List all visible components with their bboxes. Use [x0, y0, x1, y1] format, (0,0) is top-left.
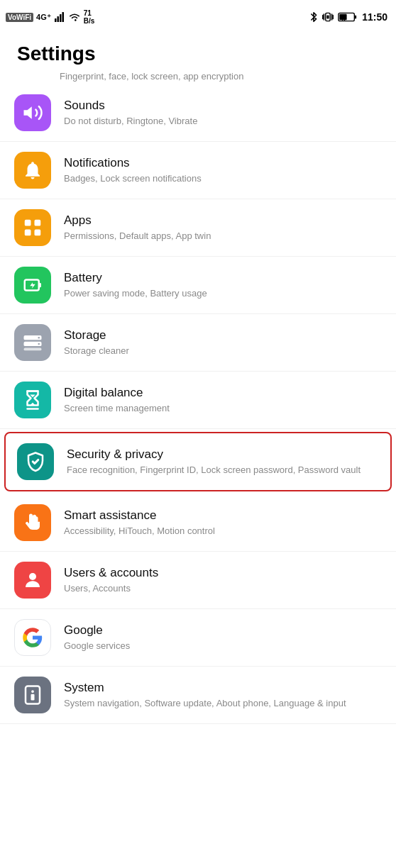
sounds-subtitle: Do not disturb, Ringtone, Vibrate	[64, 115, 382, 128]
settings-item-battery[interactable]: Battery Power saving mode, Battery usage	[0, 257, 396, 314]
hourglass-icon	[22, 389, 43, 411]
network-type: 4G⁺	[36, 13, 51, 22]
svg-rect-2	[60, 14, 62, 22]
settings-item-users-accounts[interactable]: Users & accounts Users, Accounts	[0, 552, 396, 609]
svg-text:47: 47	[341, 16, 346, 22]
battery-setting-icon	[22, 274, 43, 296]
svg-rect-22	[24, 348, 42, 351]
digital-balance-subtitle: Screen time management	[64, 402, 382, 415]
page-title: Settings	[0, 34, 396, 71]
storage-icon	[22, 332, 43, 353]
google-subtitle: Google services	[64, 640, 382, 652]
sounds-text: Sounds Do not disturb, Ringtone, Vibrate	[64, 98, 382, 128]
security-text: Security & privacy Face recognition, Fin…	[67, 447, 379, 477]
vowifi-label: VoWiFi	[6, 13, 33, 22]
users-accounts-text: Users & accounts Users, Accounts	[64, 565, 382, 595]
apps-title: Apps	[64, 213, 382, 228]
settings-item-smart-assistance[interactable]: Smart assistance Accessibility, HiTouch,…	[0, 494, 396, 552]
svg-rect-5	[327, 16, 329, 19]
signal-icon	[54, 11, 65, 23]
storage-icon-wrapper	[14, 324, 51, 361]
svg-rect-19	[39, 283, 41, 287]
svg-rect-11	[355, 16, 357, 19]
system-subtitle: System navigation, Software update, Abou…	[64, 697, 382, 710]
storage-text: Storage Storage cleaner	[64, 328, 382, 357]
settings-item-apps[interactable]: Apps Permissions, Default apps, App twin	[0, 199, 396, 257]
svg-rect-17	[35, 230, 41, 236]
apps-icon-wrapper	[14, 209, 51, 246]
notifications-text: Notifications Badges, Lock screen notifi…	[64, 155, 382, 185]
battery-icon: 47	[338, 11, 358, 23]
svg-point-27	[31, 690, 34, 693]
smart-assistance-title: Smart assistance	[64, 508, 382, 523]
svg-rect-28	[31, 694, 35, 701]
security-title: Security & privacy	[67, 447, 379, 462]
hand-icon	[22, 512, 43, 533]
time-display: 11:50	[362, 11, 387, 23]
settings-item-security-privacy[interactable]: Security & privacy Face recognition, Fin…	[4, 432, 392, 491]
vibrate-icon	[322, 11, 334, 23]
svg-point-25	[29, 573, 36, 580]
svg-rect-3	[62, 12, 64, 22]
users-accounts-icon-wrapper	[14, 562, 51, 599]
svg-rect-1	[57, 16, 59, 22]
battery-text: Battery Power saving mode, Battery usage	[64, 270, 382, 300]
settings-item-storage[interactable]: Storage Storage cleaner	[0, 314, 396, 372]
apps-text: Apps Permissions, Default apps, App twin	[64, 213, 382, 243]
settings-item-google[interactable]: Google Google services	[0, 609, 396, 667]
speed-label: 71B/s	[84, 9, 95, 25]
settings-item-digital-balance[interactable]: Digital balance Screen time management	[0, 372, 396, 429]
shield-icon	[25, 451, 46, 472]
apps-subtitle: Permissions, Default apps, App twin	[64, 230, 382, 243]
sounds-title: Sounds	[64, 98, 382, 113]
battery-subtitle: Power saving mode, Battery usage	[64, 287, 382, 300]
settings-item-sounds[interactable]: Sounds Do not disturb, Ringtone, Vibrate	[0, 84, 396, 142]
info-icon	[22, 684, 43, 706]
notifications-icon-wrapper	[14, 152, 51, 189]
speaker-icon	[22, 102, 43, 123]
google-icon	[22, 627, 43, 648]
notifications-subtitle: Badges, Lock screen notifications	[64, 172, 382, 185]
apps-icon	[22, 217, 43, 238]
security-icon-wrapper	[17, 443, 54, 480]
digital-balance-text: Digital balance Screen time management	[64, 385, 382, 415]
smart-assistance-icon-wrapper	[14, 504, 51, 541]
wifi-icon	[68, 12, 81, 22]
digital-balance-icon-wrapper	[14, 382, 51, 418]
notifications-title: Notifications	[64, 155, 382, 171]
battery-title: Battery	[64, 270, 382, 286]
storage-subtitle: Storage cleaner	[64, 345, 382, 357]
svg-rect-0	[55, 18, 57, 22]
google-text: Google Google services	[64, 623, 382, 652]
smart-assistance-subtitle: Accessibility, HiTouch, Motion control	[64, 525, 382, 538]
settings-item-notifications[interactable]: Notifications Badges, Lock screen notifi…	[0, 142, 396, 199]
sounds-icon-wrapper	[14, 94, 51, 131]
settings-item-system[interactable]: System System navigation, Software updat…	[0, 667, 396, 724]
status-bar-right: 47 11:50	[309, 11, 387, 23]
storage-title: Storage	[64, 328, 382, 343]
svg-rect-14	[25, 220, 31, 226]
system-icon-wrapper	[14, 677, 51, 713]
digital-balance-title: Digital balance	[64, 385, 382, 401]
google-icon-wrapper	[14, 619, 51, 656]
status-bar: VoWiFi 4G⁺ 71B/s	[0, 0, 396, 34]
svg-point-23	[38, 337, 40, 339]
svg-point-24	[38, 343, 40, 345]
users-accounts-title: Users & accounts	[64, 565, 382, 581]
bluetooth-icon	[309, 11, 318, 23]
top-scroll-hint: Fingerprint, face, lock screen, app encr…	[0, 71, 396, 82]
svg-rect-16	[25, 230, 31, 236]
settings-list: Sounds Do not disturb, Ringtone, Vibrate…	[0, 84, 396, 724]
bell-icon	[22, 160, 43, 181]
system-text: System System navigation, Software updat…	[64, 680, 382, 710]
battery-setting-icon-wrapper	[14, 267, 51, 304]
person-icon	[22, 569, 43, 591]
smart-assistance-text: Smart assistance Accessibility, HiTouch,…	[64, 508, 382, 538]
users-accounts-subtitle: Users, Accounts	[64, 582, 382, 595]
system-title: System	[64, 680, 382, 696]
google-title: Google	[64, 623, 382, 638]
security-subtitle: Face recognition, Fingerprint ID, Lock s…	[67, 464, 379, 477]
status-bar-left: VoWiFi 4G⁺ 71B/s	[6, 9, 94, 25]
svg-rect-15	[35, 220, 41, 226]
